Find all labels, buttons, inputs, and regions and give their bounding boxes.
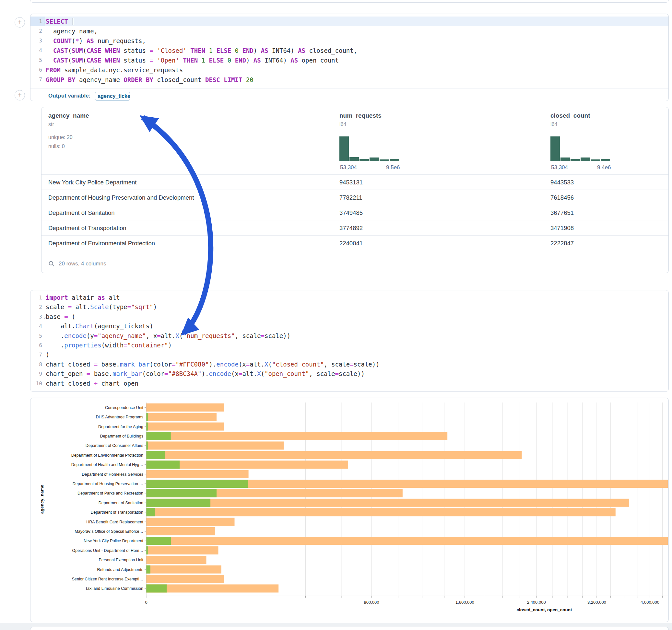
y-axis-label: Department of Sanitation — [99, 501, 143, 505]
x-axis-title: closed_count, open_count — [517, 607, 572, 612]
cell-agency-name: Department of Housing Preservation and D… — [48, 190, 194, 205]
column-type-agency-name: str — [48, 122, 54, 127]
code-line: 1import altair as alt — [30, 293, 668, 302]
histogram-bar — [380, 160, 389, 161]
y-axis-label: Personal Exemption Unit — [99, 558, 143, 562]
add-cell-button-below-sql[interactable]: + — [15, 90, 25, 100]
line-number: 7 — [30, 75, 42, 84]
open-count-bar — [146, 441, 148, 450]
closed-count-bar — [146, 518, 235, 526]
cell-num-requests: 9453131 — [339, 175, 363, 190]
cell-num-requests: 3774892 — [339, 220, 363, 236]
cell-closed-count: 3471908 — [550, 220, 574, 236]
python-editor[interactable]: 1import altair as alt2scale = alt.Scale(… — [30, 293, 668, 388]
next-cell-fragment — [30, 627, 669, 630]
stacked-bar-chart[interactable]: Correspondence UnitDHS Advantage Program… — [30, 398, 668, 622]
closed-count-bar — [146, 422, 224, 431]
table-row[interactable]: New York City Police Department945313194… — [42, 174, 668, 190]
closed-count-bar — [146, 451, 522, 459]
column-header-closed-count[interactable]: closed_count — [550, 112, 590, 119]
code-line: 1⌄SELECT — [30, 17, 668, 26]
code-line: 2scale = alt.Scale(type="sqrt") — [30, 302, 668, 312]
column-type-num-requests: i64 — [339, 122, 346, 127]
closed-count-bar — [146, 404, 224, 412]
table-row[interactable]: Department of Environmental Protection22… — [42, 235, 668, 251]
open-count-bar — [146, 537, 171, 545]
closed-count-bar — [146, 527, 215, 535]
y-axis-label: Refunds and Adjustments — [97, 567, 143, 572]
x-axis-tick-label: 1,600,000 — [455, 600, 474, 605]
x-axis-tick-label: 2,400,000 — [527, 600, 546, 605]
code-line: 4 CAST(SUM(CASE WHEN status = 'Closed' T… — [30, 46, 668, 55]
text-cursor — [73, 18, 73, 25]
code-line: 6FROM sample_data.nyc.service_requests — [30, 65, 668, 75]
y-axis-label: Senior Citizen Rent Increase Exempti… — [72, 577, 143, 581]
histogram-bar — [369, 158, 379, 161]
column-header-agency-name[interactable]: agency_name — [48, 112, 89, 119]
closed-count-bar — [146, 556, 207, 564]
closed-count-bar — [146, 499, 629, 507]
hist-max-num-requests: 9.5e6 — [386, 164, 400, 171]
closed-count-bar — [146, 565, 221, 574]
code-line: 9chart_open = base.mark_bar(color="#8BC3… — [30, 369, 668, 379]
code-line: 3⌄base = ( — [30, 312, 668, 321]
y-axis-label: Department for the Aging — [98, 425, 143, 429]
y-axis-title: agency_name — [40, 484, 44, 514]
column-header-num-requests[interactable]: num_requests — [339, 112, 382, 119]
line-number: 9 — [30, 369, 42, 379]
open-count-bar — [146, 451, 165, 459]
open-count-bar — [146, 432, 171, 440]
open-count-bar — [146, 547, 148, 555]
line-number: 2 — [30, 302, 42, 312]
output-variable-pill[interactable]: agency_tickets — [95, 92, 130, 101]
sql-cell: 1⌄SELECT 2 agency_name,3 COUNT(*) AS num… — [30, 14, 669, 101]
y-axis-label: DHS Advantage Programs — [96, 415, 143, 419]
y-axis-label: Department of Environmental Protection — [71, 453, 143, 458]
hist-min-num-requests: 53,304 — [340, 164, 357, 171]
line-number: 6 — [30, 341, 42, 350]
table-row[interactable]: Department of Sanitation37494853677651 — [42, 205, 668, 220]
search-icon[interactable] — [48, 261, 55, 267]
histogram-closed-count — [550, 137, 611, 161]
y-axis-label: Department of Consumer Affairs — [86, 443, 143, 448]
y-axis-label: Department of Health and Mental Hyg… — [71, 462, 143, 467]
open-count-bar — [146, 461, 179, 468]
y-axis-label: Department of Parks and Recreation — [77, 491, 143, 495]
sql-editor[interactable]: 1⌄SELECT 2 agency_name,3 COUNT(*) AS num… — [30, 17, 668, 84]
table-footer: 20 rows, 4 columns — [48, 260, 106, 268]
open-count-bar — [146, 422, 148, 431]
line-number: 6 — [30, 65, 42, 75]
closed-count-bar — [146, 470, 249, 478]
closed-count-bar — [146, 508, 616, 516]
table-row[interactable]: Department of Transportation377489234719… — [42, 220, 668, 236]
chart-output-cell: Correspondence UnitDHS Advantage Program… — [30, 398, 669, 622]
histogram-bar — [350, 157, 359, 161]
closed-count-bar — [146, 432, 447, 440]
code-line: 7) — [30, 350, 668, 359]
open-count-bar — [146, 584, 167, 592]
column-type-closed-count: i64 — [550, 122, 557, 127]
line-number: 5 — [30, 55, 42, 65]
hist-max-closed-count: 9.4e6 — [597, 164, 611, 171]
x-axis-tick-label: 4,000,000 — [641, 600, 659, 605]
cell-closed-count: 2222847 — [550, 236, 574, 251]
cell-closed-count: 7618456 — [550, 190, 574, 205]
hist-min-closed-count: 53,304 — [551, 164, 568, 171]
y-axis-label: HRA Benefit Card Replacement — [86, 520, 143, 524]
histogram-bar — [581, 158, 590, 161]
cell-closed-count: 9443533 — [550, 175, 574, 190]
table-row[interactable]: Department of Housing Preservation and D… — [42, 190, 668, 205]
y-axis-label: Operations Unit - Department of Hom… — [72, 548, 143, 553]
line-number: 1 — [30, 17, 42, 26]
histogram-bar — [360, 159, 369, 161]
code-line: 5 CAST(SUM(CASE WHEN status = 'Open' THE… — [30, 55, 668, 65]
x-axis-tick-label: 3,200,000 — [587, 600, 606, 605]
code-line: 3 COUNT(*) AS num_requests, — [30, 36, 668, 46]
code-line: 4 alt.Chart(agency_tickets) — [30, 321, 668, 331]
code-line: 10chart_closed + chart_open — [30, 379, 668, 388]
cell-num-requests: 2240041 — [339, 236, 363, 251]
histogram-bar — [550, 137, 560, 161]
y-axis-label: Correspondence Unit — [105, 406, 144, 410]
cell-agency-name: New York City Police Department — [48, 175, 137, 190]
add-cell-button-top[interactable]: + — [15, 17, 25, 28]
